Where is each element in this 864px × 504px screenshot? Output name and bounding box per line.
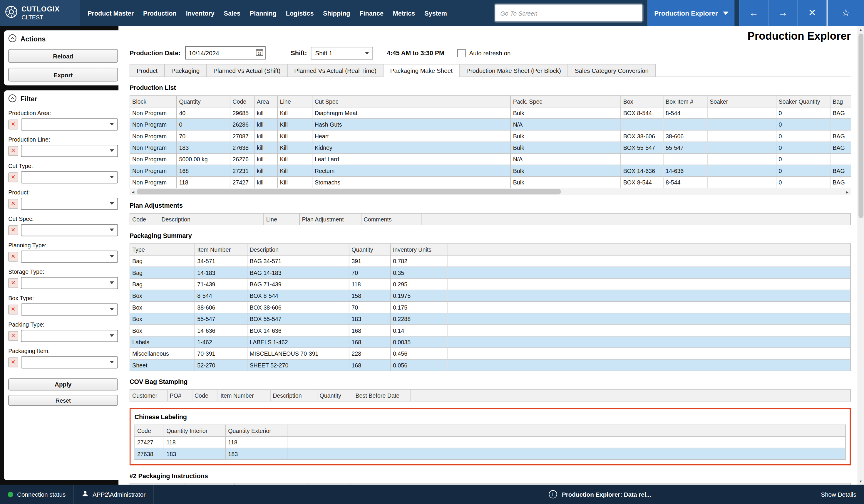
table-cell[interactable]: Heart (312, 130, 511, 142)
product-select[interactable] (21, 198, 118, 210)
table-cell[interactable]: 52-270 (195, 359, 247, 371)
table-cell[interactable] (663, 153, 707, 165)
clear-planning-type-button[interactable]: ✕ (8, 252, 18, 262)
horizontal-scrollbar-track[interactable] (137, 188, 844, 195)
table-cell[interactable]: Non Program (130, 165, 177, 176)
table-cell[interactable]: Kill (277, 119, 312, 130)
table-cell[interactable]: 0 (776, 119, 830, 130)
table-cell[interactable]: Box (130, 324, 195, 336)
table-cell[interactable]: 27087 (230, 130, 254, 142)
table-cell[interactable]: Bulk (511, 107, 621, 119)
table-cell[interactable] (621, 119, 663, 130)
production-area-select[interactable] (21, 118, 118, 131)
table-cell[interactable]: 118 (177, 176, 230, 188)
table-cell[interactable]: 27231 (230, 165, 254, 176)
table-cell[interactable]: 0.1975 (390, 290, 447, 302)
clear-packing-type-button[interactable]: ✕ (8, 331, 18, 341)
menu-item-system[interactable]: System (424, 10, 447, 16)
clear-product-button[interactable]: ✕ (8, 199, 18, 209)
table-cell[interactable]: BAG 34-571 (247, 255, 349, 267)
table-cell[interactable]: Box (130, 302, 195, 313)
table-cell[interactable]: 391 (349, 255, 391, 267)
table-cell[interactable]: BOX 8-544 (621, 176, 663, 188)
table-cell[interactable]: kill (254, 165, 277, 176)
table-row[interactable]: Sheet52-270SHEET 52-2701680.056 (130, 359, 851, 371)
table-cell[interactable]: 168 (177, 165, 230, 176)
table-cell[interactable]: Box (130, 290, 195, 302)
table-cell[interactable]: BOX 14-636 (621, 165, 663, 176)
table-row[interactable]: Non Program16827231killKillRectumBulkBOX… (130, 165, 851, 176)
column-header[interactable]: Box (621, 96, 663, 107)
table-cell[interactable]: BOX 8-544 (621, 107, 663, 119)
table-cell[interactable]: BOX 14-636 (247, 324, 349, 336)
table-cell[interactable]: 0.2288 (390, 313, 447, 324)
table-cell[interactable]: Leaf Lard (312, 153, 511, 165)
table-cell[interactable]: 183 (164, 448, 226, 459)
table-cell[interactable] (663, 119, 707, 130)
table-cell[interactable]: 27638 (135, 448, 164, 459)
scroll-down-icon[interactable]: ▼ (857, 478, 864, 484)
table-cell[interactable]: BAG (830, 142, 851, 153)
table-cell[interactable]: 55-547 (663, 142, 707, 153)
table-cell[interactable]: Bulk (511, 130, 621, 142)
tab-packaging-make-sheet[interactable]: Packaging Make Sheet (383, 64, 460, 77)
horizontal-scrollbar-thumb[interactable] (137, 189, 561, 194)
table-cell[interactable]: kill (254, 142, 277, 153)
table-cell[interactable]: kill (254, 176, 277, 188)
table-cell[interactable]: Box (130, 313, 195, 324)
scroll-right-icon[interactable]: ▶ (844, 188, 851, 195)
cut-type-select[interactable] (21, 171, 118, 183)
table-row[interactable]: Bag71-439BAG 71-4391180.295 (130, 279, 851, 290)
table-row[interactable]: Non Program026286killKillHash GutsN/A0 (130, 119, 851, 130)
table-cell[interactable]: BAG (830, 107, 851, 119)
table-cell[interactable]: 14-636 (195, 324, 247, 336)
table-cell[interactable]: 0 (776, 176, 830, 188)
column-header[interactable]: Block (130, 96, 177, 107)
table-cell[interactable] (707, 119, 776, 130)
table-cell[interactable]: 70 (349, 267, 391, 278)
table-cell[interactable]: 118 (349, 279, 391, 290)
table-cell[interactable]: 183 (226, 448, 288, 459)
column-header[interactable]: Line (264, 213, 299, 225)
table-cell[interactable]: N/A (511, 119, 621, 130)
favorite-button[interactable]: ☆ (827, 0, 864, 26)
table-row[interactable]: Bag14-183BAG 14-183700.35 (130, 267, 851, 278)
menu-item-planning[interactable]: Planning (250, 10, 277, 16)
table-row[interactable]: Labels1-462LABELS 1-4621680.0035 (130, 336, 851, 348)
calendar-icon[interactable]: 15 (255, 48, 263, 57)
table-row[interactable]: Non Program5000.00 kg26276killKillLeaf L… (130, 153, 851, 165)
table-cell[interactable]: kill (254, 153, 277, 165)
column-header[interactable]: Soaker (707, 96, 776, 107)
shift-select[interactable]: Shift 1 (311, 46, 373, 59)
table-cell[interactable]: Bag (130, 279, 195, 290)
production-list-table[interactable]: BlockQuantityCodeAreaLineCut SpecPack. S… (130, 95, 851, 188)
clear-packaging-item-button[interactable]: ✕ (8, 357, 18, 367)
table-cell[interactable]: Non Program (130, 153, 177, 165)
table-cell[interactable]: Bag (130, 255, 195, 267)
table-cell[interactable]: 70-391 (195, 348, 247, 359)
column-header[interactable]: Quantity (317, 390, 353, 401)
packaging-item-select[interactable] (21, 356, 118, 368)
apply-button[interactable]: Apply (8, 378, 118, 390)
table-row[interactable]: Box8-544BOX 8-5441580.1975 (130, 290, 851, 302)
table-row[interactable]: 27638183183 (135, 448, 845, 459)
table-cell[interactable]: Kill (277, 176, 312, 188)
status-message[interactable]: i Production Explorer: Data rel... (549, 484, 651, 504)
table-cell[interactable]: 8-544 (195, 290, 247, 302)
tab-production-make-sheet-per-block[interactable]: Production Make Sheet (Per Block) (459, 64, 568, 77)
table-cell[interactable]: 38-606 (663, 130, 707, 142)
auto-refresh-checkbox[interactable] (458, 49, 466, 57)
column-header[interactable]: Quantity (177, 96, 230, 107)
clear-production-line-button[interactable]: ✕ (8, 146, 18, 156)
table-cell[interactable]: 27427 (135, 437, 164, 448)
table-cell[interactable]: 0 (776, 153, 830, 165)
table-cell[interactable]: BOX 55-547 (621, 142, 663, 153)
table-cell[interactable]: 0.0035 (390, 336, 447, 348)
table-cell[interactable]: Kidney (312, 142, 511, 153)
column-header[interactable]: Code (135, 425, 164, 437)
table-cell[interactable]: 14-183 (195, 267, 247, 278)
box-type-select[interactable] (21, 304, 118, 316)
table-cell[interactable] (707, 153, 776, 165)
menu-item-product-master[interactable]: Product Master (87, 10, 134, 16)
table-cell[interactable]: BAG (830, 130, 851, 142)
